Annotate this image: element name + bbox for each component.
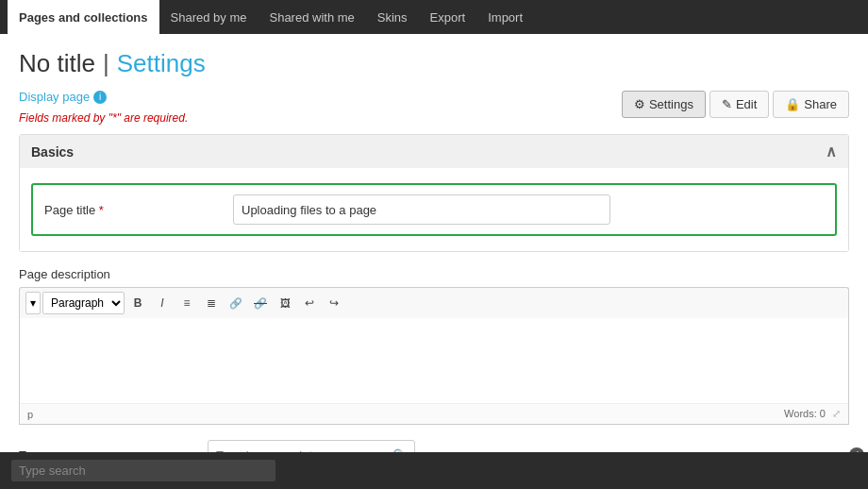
basics-label: Basics <box>31 144 74 160</box>
required-star: * <box>99 203 104 217</box>
unlink-button[interactable]: 🔗 <box>249 292 272 314</box>
info-icon[interactable]: i <box>93 91 107 104</box>
toolbar-more-dropdown[interactable]: ▾ <box>25 292 41 314</box>
top-navigation: Pages and collections Shared by me Share… <box>0 0 868 34</box>
bullet-list-icon: ≡ <box>183 296 190 310</box>
word-count: Words: 0 ⤢ <box>784 408 841 420</box>
action-buttons-group: ⚙ Settings ✎ Edit 🔒 Share <box>622 91 849 118</box>
undo-icon: ↩ <box>305 296 314 310</box>
insert-image-button[interactable]: 🖼 <box>274 292 296 314</box>
numbered-list-icon: ≣ <box>207 296 216 310</box>
editor-area: p Words: 0 ⤢ <box>19 318 849 425</box>
settings-button[interactable]: ⚙ Settings <box>622 91 706 118</box>
page-title-row: Page title * <box>31 183 837 236</box>
nav-item-import[interactable]: Import <box>476 0 534 34</box>
page-title-settings: Settings <box>117 49 206 78</box>
paragraph-indicator: p <box>27 409 33 420</box>
unordered-list-button[interactable]: ≡ <box>175 292 198 314</box>
image-icon: 🖼 <box>280 297 291 309</box>
description-section: Page description ▾ Paragraph B I ≡ <box>19 267 849 425</box>
basics-section: Basics ∧ Page title * <box>19 134 849 252</box>
editor-toolbar: ▾ Paragraph B I ≡ ≣ 🔗 <box>19 287 849 318</box>
heading-separator: | <box>103 49 109 78</box>
resize-handle: ⤢ <box>832 408 841 419</box>
editor-footer: p Words: 0 ⤢ <box>20 403 848 424</box>
bottom-search-bar <box>0 452 868 489</box>
ordered-list-button[interactable]: ≣ <box>200 292 223 314</box>
basics-section-body: Page title * <box>20 168 848 251</box>
page-title-no-title: No title <box>19 49 95 78</box>
link-button[interactable]: 🔗 <box>225 292 247 314</box>
page-title-label: Page title * <box>44 203 233 217</box>
redo-button[interactable]: ↪ <box>323 292 345 314</box>
description-label: Page description <box>19 267 849 281</box>
nav-item-export[interactable]: Export <box>419 0 477 34</box>
undo-button[interactable]: ↩ <box>298 292 321 314</box>
paragraph-select[interactable]: Paragraph <box>42 292 125 314</box>
editor-content[interactable] <box>20 318 848 403</box>
nav-item-shared-with-me[interactable]: Shared with me <box>258 0 365 34</box>
unlink-icon: 🔗 <box>254 297 267 310</box>
pencil-icon: ✎ <box>722 97 732 111</box>
basics-section-header: Basics ∧ <box>20 135 848 168</box>
page-heading: No title | Settings <box>19 49 849 78</box>
bold-button[interactable]: B <box>126 292 149 314</box>
edit-button[interactable]: ✎ Edit <box>709 91 769 118</box>
page-title-input[interactable] <box>233 194 610 225</box>
gear-icon: ⚙ <box>634 97 645 111</box>
dropdown-arrow-icon: ▾ <box>30 296 36 310</box>
italic-button[interactable]: I <box>151 292 174 314</box>
bottom-search-input[interactable] <box>11 460 275 481</box>
main-content: ⚙ Settings ✎ Edit 🔒 Share No title | Set… <box>0 34 868 489</box>
redo-icon: ↪ <box>329 296 339 310</box>
nav-item-shared-by-me[interactable]: Shared by me <box>159 0 259 34</box>
display-page-link[interactable]: Display page <box>19 90 90 104</box>
link-icon: 🔗 <box>229 297 242 310</box>
share-button[interactable]: 🔒 Share <box>773 91 849 118</box>
nav-item-pages-collections[interactable]: Pages and collections <box>8 0 159 34</box>
nav-item-skins[interactable]: Skins <box>366 0 419 34</box>
chevron-up-icon[interactable]: ∧ <box>826 143 837 160</box>
lock-icon: 🔒 <box>785 97 800 111</box>
